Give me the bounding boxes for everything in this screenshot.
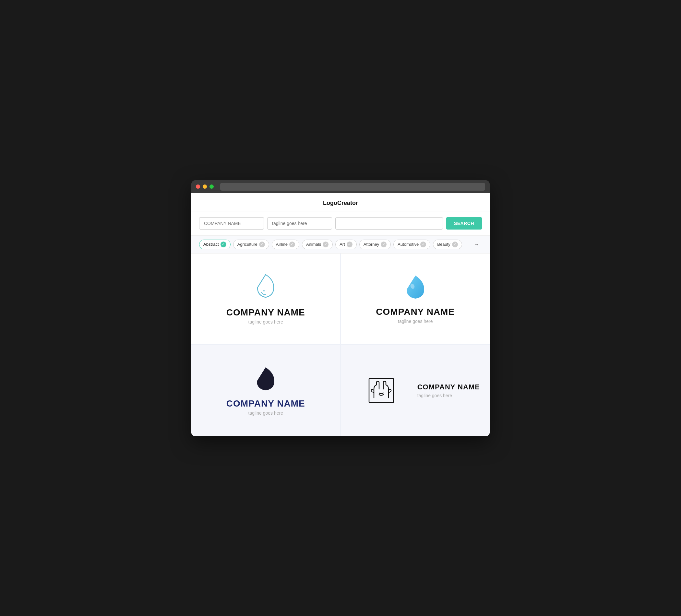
hands-icon [368,377,395,404]
logo-card-2[interactable]: COMPANY NAME tagline goes here [341,254,490,344]
filter-label-agriculture: Agriculture [237,242,257,247]
drop-blue-icon [404,274,427,302]
filter-next-button[interactable]: → [472,240,482,249]
company-name-1: COMPANY NAME [226,307,305,318]
filter-label-animals: Animals [306,242,321,247]
filter-label-automotive: Automotive [398,242,419,247]
filter-label-beauty: Beauty [437,242,450,247]
company-name-2: COMPANY NAME [376,307,455,317]
company-name-3: COMPANY NAME [226,399,305,409]
browser-window: LogoCreator SEARCH Abstract✓Agriculture✓… [191,180,490,436]
svg-rect-2 [369,378,393,403]
tagline-input[interactable] [267,217,332,230]
logo-grid: COMPANY NAME tagline goes here COMPANY N… [191,254,490,436]
filter-chip-animals[interactable]: Animals✓ [302,239,333,249]
filter-check-abstract: ✓ [221,241,226,247]
company-name-input[interactable] [199,217,264,230]
close-button[interactable] [196,184,200,189]
filter-chip-beauty[interactable]: Beauty✓ [433,239,462,249]
filter-chip-automotive[interactable]: Automotive✓ [393,239,430,249]
filter-check-attorney: ✓ [381,241,386,247]
filter-check-automotive: ✓ [420,241,426,247]
company-name-4: COMPANY NAME [418,383,480,391]
tagline-1: tagline goes here [248,319,283,325]
filter-check-airline: ✓ [289,241,295,247]
filter-check-animals: ✓ [323,241,328,247]
svg-point-0 [263,290,264,291]
logo-card-1[interactable]: COMPANY NAME tagline goes here [191,254,340,344]
filter-check-art: ✓ [347,241,353,247]
extra-input[interactable] [335,217,443,230]
filter-chip-attorney[interactable]: Attorney✓ [359,239,391,249]
filter-label-airline: Airline [276,242,288,247]
app-header: LogoCreator [191,193,490,211]
filter-label-art: Art [339,242,345,247]
logo-card-4[interactable]: COMPANY NAME tagline goes here [341,345,490,436]
search-bar: SEARCH [191,211,490,236]
drop-black-icon [254,366,277,393]
filter-bar: Abstract✓Agriculture✓Airline✓Animals✓Art… [191,236,490,254]
maximize-button[interactable] [209,184,214,189]
filter-chip-abstract[interactable]: Abstract✓ [199,239,231,249]
minimize-button[interactable] [203,184,207,189]
app-title: LogoCreator [323,200,358,206]
drop-outline-icon [254,273,277,302]
filter-label-attorney: Attorney [363,242,379,247]
filter-chip-agriculture[interactable]: Agriculture✓ [233,239,269,249]
logo-card-3[interactable]: COMPANY NAME tagline goes here [191,345,340,436]
text-group-4: COMPANY NAME tagline goes here [418,383,480,398]
tagline-4: tagline goes here [418,393,480,398]
address-bar[interactable] [220,183,485,190]
filter-chip-art[interactable]: Art✓ [335,239,357,249]
search-button[interactable]: SEARCH [446,217,482,230]
browser-titlebar [191,180,490,193]
filter-label-abstract: Abstract [203,242,219,247]
filter-check-beauty: ✓ [452,241,458,247]
filter-check-agriculture: ✓ [259,241,265,247]
tagline-2: tagline goes here [398,319,433,324]
filter-chip-airline[interactable]: Airline✓ [272,239,299,249]
tagline-3: tagline goes here [248,410,283,416]
app-body: LogoCreator SEARCH Abstract✓Agriculture✓… [191,193,490,436]
